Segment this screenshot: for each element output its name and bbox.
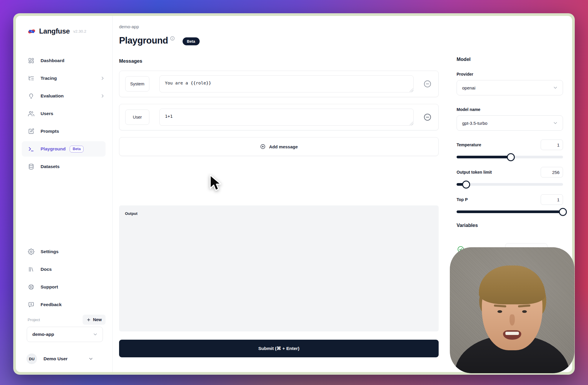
chevron-right-icon [100, 93, 105, 99]
sidebar-item-feedback[interactable]: Feedback [16, 296, 112, 313]
message-row-system: System You are a {{role}} [119, 71, 439, 97]
dashboard-icon [28, 57, 35, 64]
sidebar-item-settings[interactable]: Settings [16, 243, 112, 260]
chevron-down-icon [93, 332, 98, 337]
sidebar-item-dashboard[interactable]: Dashboard [16, 52, 112, 69]
variables-heading: Variables [457, 223, 478, 228]
model-name-select[interactable]: gpt-3.5-turbo [457, 115, 563, 131]
sidebar-item-tracing[interactable]: Tracing [16, 69, 112, 87]
beta-badge: Beta [183, 37, 200, 45]
sidebar-item-prompts[interactable]: Prompts [16, 122, 112, 140]
sidebar-item-users[interactable]: Users [16, 105, 112, 122]
slider-thumb[interactable] [507, 153, 515, 161]
avatar: DU [26, 354, 37, 364]
docs-icon [28, 266, 35, 273]
sidebar-item-playground[interactable]: Playground Beta [16, 140, 112, 158]
breadcrumb[interactable]: demo-app [119, 24, 139, 29]
sidebar-item-docs[interactable]: Docs [16, 260, 112, 278]
info-icon[interactable] [170, 36, 175, 41]
page-title: Playground [119, 35, 168, 46]
tracing-icon [28, 75, 35, 82]
provider-select[interactable]: openai [457, 80, 563, 95]
plus-icon [86, 318, 91, 322]
playground-beta-badge: Beta [70, 146, 83, 152]
title-row: Playground Beta [119, 35, 200, 46]
langfuse-logo-icon [28, 27, 36, 35]
app-window: Langfuse v2.30.2 Dashboard Traci [13, 13, 575, 375]
messages-heading: Messages [119, 58, 142, 64]
desktop-background: Langfuse v2.30.2 Dashboard Traci [0, 0, 588, 385]
brand-name: Langfuse [39, 27, 70, 35]
plus-circle-icon [260, 144, 266, 150]
sidebar-item-support[interactable]: Support [16, 278, 112, 296]
output-panel: Output [119, 205, 439, 331]
project-row: Project New [28, 314, 106, 325]
role-selector[interactable]: User [125, 109, 149, 125]
slider-thumb[interactable] [462, 180, 470, 188]
datasets-icon [28, 163, 35, 170]
top-p-label: Top P [457, 197, 468, 202]
presenter-person [450, 247, 574, 373]
sidebar-item-evaluation[interactable]: Evaluation [16, 87, 112, 105]
prompts-icon [28, 128, 35, 135]
slider-fill [457, 210, 563, 213]
sidebar-item-datasets[interactable]: Datasets [16, 158, 112, 175]
chevron-down-icon [553, 120, 558, 126]
system-message-input[interactable]: You are a {{role}} [159, 75, 414, 92]
message-input-wrap: 1+1 [159, 109, 414, 126]
temperature-value-input[interactable] [541, 140, 563, 150]
mouse-cursor [209, 174, 223, 194]
temperature-param: Temperature [457, 140, 563, 158]
chevron-down-icon [553, 85, 558, 90]
temperature-label: Temperature [457, 142, 481, 147]
app-version: v2.30.2 [73, 29, 86, 34]
add-message-button[interactable]: Add message [119, 137, 439, 156]
user-menu[interactable]: DU Demo User [26, 351, 106, 367]
top-p-slider[interactable] [457, 210, 563, 213]
remove-message-button[interactable] [423, 79, 432, 88]
model-name-value: gpt-3.5-turbo [462, 121, 487, 126]
evaluation-icon [28, 92, 35, 99]
submit-button[interactable]: Submit (⌘ + Enter) [119, 340, 439, 357]
support-icon [28, 283, 35, 291]
role-selector[interactable]: System [125, 76, 149, 92]
settings-icon [28, 248, 35, 255]
selected-project: demo-app [32, 332, 54, 337]
brand-row[interactable]: Langfuse v2.30.2 [28, 27, 86, 35]
output-token-limit-param: Output token limit [457, 167, 563, 186]
slider-fill [457, 183, 466, 186]
model-name-label: Model name [457, 107, 480, 112]
temperature-slider[interactable] [457, 156, 563, 158]
webcam-overlay [450, 247, 574, 373]
sidebar-nav: Dashboard Tracing [16, 52, 112, 175]
new-project-button[interactable]: New [83, 315, 106, 325]
output-token-limit-value-input[interactable] [541, 167, 563, 177]
slider-thumb[interactable] [559, 208, 567, 216]
user-name: Demo User [44, 356, 68, 361]
chevron-down-icon [88, 356, 93, 361]
model-heading: Model [457, 57, 471, 62]
playground-icon [28, 145, 35, 152]
output-label: Output [125, 211, 138, 216]
provider-label: Provider [457, 72, 473, 77]
output-token-limit-slider[interactable] [457, 183, 563, 186]
chevron-right-icon [100, 76, 105, 81]
slider-fill [457, 156, 511, 158]
message-input-wrap: You are a {{role}} [159, 75, 414, 92]
provider-value: openai [462, 85, 475, 90]
users-icon [28, 110, 35, 117]
output-token-limit-label: Output token limit [457, 170, 492, 175]
user-message-input[interactable]: 1+1 [159, 109, 414, 126]
feedback-icon [28, 301, 35, 308]
project-label: Project [28, 318, 40, 322]
project-selector[interactable]: demo-app [27, 327, 103, 342]
message-row-user: User 1+1 [119, 104, 439, 130]
top-p-value-input[interactable] [541, 194, 563, 205]
sidebar-footer-nav: Settings Docs Support [16, 243, 112, 313]
sidebar: Langfuse v2.30.2 Dashboard Traci [16, 16, 113, 372]
top-p-param: Top P [457, 194, 563, 213]
remove-message-button[interactable] [423, 113, 432, 122]
